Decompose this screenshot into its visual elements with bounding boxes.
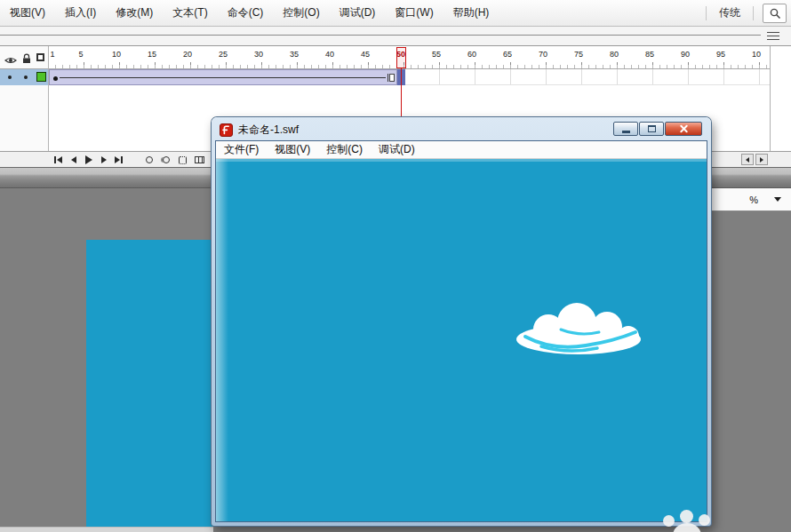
zoom-dropdown-arrow-icon[interactable]	[774, 197, 781, 202]
ruler-label-65: 65	[503, 50, 512, 59]
flash-player-icon	[220, 123, 233, 137]
menubar-separator	[753, 6, 754, 20]
onion-skin-buttons	[142, 154, 210, 166]
menubar-right: 传统	[697, 4, 791, 23]
layer-controls-column	[0, 46, 49, 151]
ruler-label-40: 40	[325, 50, 334, 59]
ruler-label-60: 60	[467, 50, 476, 59]
player-menu-item-3[interactable]: 调试(D)	[371, 142, 423, 157]
layer-column-headers	[0, 46, 48, 69]
player-menubar: 文件(F)视图(V)控制(C)调试(D)	[216, 141, 707, 159]
search-box[interactable]	[763, 4, 787, 23]
timeline-scroll-buttons	[741, 154, 768, 165]
ruler-label-30: 30	[254, 50, 263, 59]
minimize-button[interactable]	[613, 122, 638, 136]
timeline-ruler[interactable]: 1510152025303540455055606570758085909510	[49, 46, 770, 69]
go-to-first-frame-button[interactable]	[51, 153, 66, 166]
window-buttons	[613, 122, 702, 136]
menu-item-4[interactable]: 命令(C)	[218, 0, 274, 26]
ruler-label-90: 90	[681, 50, 690, 59]
paw-toe	[680, 510, 693, 523]
player-menu-item-0[interactable]: 文件(F)	[216, 142, 267, 157]
player-titlebar[interactable]: 未命名-1.swf	[214, 120, 708, 140]
panel-edge-rule	[0, 35, 761, 36]
layer-visible-dot[interactable]	[8, 75, 12, 79]
ruler-label-75: 75	[574, 50, 583, 59]
step-back-button[interactable]	[66, 153, 81, 166]
ruler-label-10: 10	[112, 50, 121, 59]
ruler-label-35: 35	[290, 50, 299, 59]
scroll-right-button[interactable]	[755, 154, 768, 165]
tween-arrow-line	[60, 77, 386, 78]
close-button[interactable]	[665, 122, 702, 136]
menu-item-6[interactable]: 调试(D)	[330, 0, 386, 26]
panel-menu-icon[interactable]	[767, 32, 779, 40]
tween-end-tick	[388, 74, 388, 82]
show-hide-eye-icon[interactable]	[4, 52, 17, 68]
playhead[interactable]	[396, 47, 406, 68]
layer-frames-row[interactable]	[49, 69, 770, 85]
player-window-body: 文件(F)视图(V)控制(C)调试(D)	[215, 140, 707, 522]
paw-toe	[699, 514, 710, 526]
menu-item-2[interactable]: 修改(M)	[106, 0, 163, 26]
menu-item-0[interactable]: 视图(V)	[0, 0, 55, 26]
step-forward-button[interactable]	[96, 153, 111, 166]
modify-markers-button[interactable]	[193, 154, 206, 166]
player-window-title: 未命名-1.swf	[238, 123, 299, 138]
edit-multiple-frames-button[interactable]	[176, 154, 189, 166]
paw-pad	[673, 523, 701, 532]
ruler-label-100: 10	[752, 50, 761, 59]
ruler-minor-ticks	[49, 65, 770, 68]
player-menu-item-1[interactable]: 视图(V)	[267, 142, 318, 157]
search-icon	[769, 7, 781, 20]
ruler-label-1: 1	[50, 50, 54, 59]
ruler-label-25: 25	[219, 50, 228, 59]
menu-item-5[interactable]: 控制(O)	[273, 0, 329, 26]
paw-toe	[663, 515, 675, 527]
app-menubar: 视图(V)插入(I)修改(M)文本(T)命令(C)控制(O)调试(D)窗口(W)…	[0, 0, 791, 27]
layer-row[interactable]	[0, 69, 48, 85]
scroll-left-button[interactable]	[741, 154, 754, 165]
close-icon	[679, 124, 689, 134]
onion-skin-outlines-button[interactable]	[159, 154, 172, 166]
play-button[interactable]	[81, 153, 96, 166]
left-edge-highlight	[216, 159, 228, 521]
player-stage	[216, 159, 707, 521]
maximize-button[interactable]	[639, 122, 664, 136]
layer-color-swatch[interactable]	[36, 72, 46, 82]
end-keyframe-icon	[389, 74, 395, 82]
ruler-label-15: 15	[148, 50, 156, 59]
top-edge-highlight	[216, 159, 707, 162]
cloud-graphic	[515, 303, 648, 358]
go-to-last-frame-button[interactable]	[111, 153, 126, 166]
ruler-label-20: 20	[183, 50, 192, 59]
flash-player-window: 未命名-1.swf 文件(F)视图(V)控制(C)调试(D)	[212, 117, 711, 526]
panel-tab-strip	[0, 27, 791, 46]
onion-skin-button[interactable]	[142, 154, 156, 166]
maximize-icon	[648, 125, 656, 132]
ruler-label-95: 95	[716, 50, 725, 59]
ruler-label-55: 55	[432, 50, 441, 59]
ruler-label-85: 85	[645, 50, 654, 59]
workspace-switcher[interactable]: 传统	[715, 5, 744, 20]
motion-tween-span[interactable]	[49, 69, 397, 85]
ruler-label-45: 45	[361, 50, 370, 59]
baidu-logo-watermark	[658, 508, 722, 532]
layer-unlocked-dot[interactable]	[24, 75, 28, 79]
menu-item-3[interactable]: 文本(T)	[163, 0, 217, 26]
zoom-percent-suffix: %	[749, 195, 758, 205]
keyframe-dot-icon	[53, 76, 58, 81]
menu-item-8[interactable]: 帮助(H)	[443, 0, 499, 26]
player-menu-item-2[interactable]: 控制(C)	[318, 142, 371, 157]
lock-icon[interactable]	[22, 52, 31, 67]
menu-item-7[interactable]: 窗口(W)	[385, 0, 443, 26]
menubar-separator	[706, 6, 707, 20]
menu-item-1[interactable]: 插入(I)	[55, 0, 106, 26]
horizontal-scrollbar[interactable]	[0, 527, 213, 532]
ruler-label-80: 80	[610, 50, 619, 59]
timeline-right-gutter	[770, 46, 791, 151]
playback-buttons	[51, 153, 126, 166]
outline-view-icon[interactable]	[36, 53, 44, 61]
ruler-label-70: 70	[539, 50, 547, 59]
ruler-label-5: 5	[78, 50, 83, 59]
